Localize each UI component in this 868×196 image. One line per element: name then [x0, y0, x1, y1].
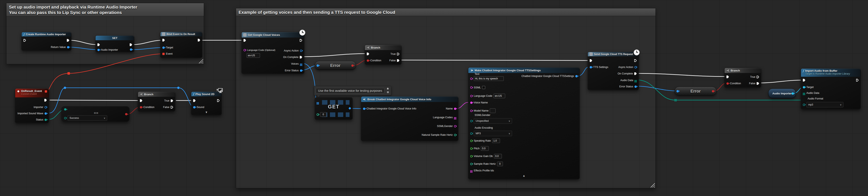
- ssml-checkbox[interactable]: [482, 86, 485, 89]
- audio-data-array-pin[interactable]: [634, 80, 635, 81]
- node-equal-enum[interactable]: == Success∨: [61, 106, 129, 122]
- audio-encoding-pin[interactable]: [470, 132, 472, 135]
- equal-input-b-pin[interactable]: [64, 117, 66, 119]
- error-status-pin[interactable]: [300, 69, 302, 72]
- node-bind-event-to-on-result[interactable]: Bind Event to On Result Target Event: [160, 32, 202, 58]
- index-pin[interactable]: [317, 113, 319, 116]
- ssml-pin[interactable]: [470, 86, 472, 89]
- reroute-dot[interactable]: [64, 87, 66, 89]
- element-out-pin[interactable]: [348, 107, 351, 110]
- volume-gain-input[interactable]: [494, 154, 502, 159]
- audio-format-pin[interactable]: [803, 104, 805, 106]
- exec-in-pin[interactable]: [140, 99, 143, 102]
- node-make-tts-settings[interactable]: Make Chatbot Integrator Google Cloud TTS…: [468, 67, 580, 179]
- voices-array-pin[interactable]: [300, 64, 301, 64]
- node-break-voice-info[interactable]: Break Chatbot Integrator Google Cloud Vo…: [361, 96, 458, 141]
- true-exec-pin[interactable]: [171, 100, 173, 102]
- sound-pin[interactable]: [193, 106, 195, 108]
- sample-rate-input[interactable]: [497, 162, 503, 166]
- pushpin-icon[interactable]: [386, 87, 390, 94]
- collapse-advanced-button[interactable]: ∧: [523, 174, 525, 177]
- expand-advanced-button[interactable]: ∨: [205, 111, 208, 114]
- false-exec-pin[interactable]: [397, 59, 399, 62]
- on-complete-pin[interactable]: [634, 72, 637, 75]
- audio-importer-reroute-capsule[interactable]: Audio Importer: [768, 89, 796, 98]
- pitch-pin[interactable]: [470, 147, 472, 150]
- reroute-dot[interactable]: [177, 87, 180, 89]
- name-pin[interactable]: [454, 108, 456, 110]
- node-set-audio-importer[interactable]: SET Audio Importer: [95, 35, 134, 52]
- target-pin[interactable]: [803, 86, 805, 88]
- error-reroute-capsule[interactable]: Error: [675, 87, 716, 95]
- importer-pin[interactable]: [44, 106, 47, 108]
- error-in-pin[interactable]: [677, 90, 679, 92]
- exec-out-pin[interactable]: [130, 44, 132, 46]
- true-exec-pin[interactable]: [397, 53, 399, 55]
- pitch-input[interactable]: [481, 146, 489, 151]
- voice-name-pin[interactable]: [470, 102, 472, 104]
- error-bool-out-pin[interactable]: [712, 90, 714, 92]
- exec-out-pin[interactable]: [44, 99, 47, 102]
- language-code-pin[interactable]: [470, 95, 472, 97]
- true-exec-pin[interactable]: [757, 76, 759, 78]
- delegate-reroute-dot[interactable]: [67, 72, 70, 75]
- model-name-input[interactable]: [490, 108, 496, 113]
- exec-out-pin[interactable]: [634, 59, 637, 62]
- ssml-gender-pin[interactable]: [454, 125, 456, 128]
- audio-importer-out-pin[interactable]: [130, 48, 132, 51]
- language-codes-array-pin[interactable]: [454, 117, 455, 118]
- equal-input-a-pin[interactable]: [64, 108, 66, 111]
- error-status-pin[interactable]: [634, 85, 637, 88]
- speaking-rate-input[interactable]: [492, 138, 500, 143]
- model-name-pin[interactable]: [470, 110, 472, 112]
- blueprint-canvas[interactable]: { "comments": { "c1": { "line1": "Set up…: [0, 0, 868, 196]
- audio-format-dropdown[interactable]: mp3∨: [806, 102, 843, 107]
- error-reroute-capsule[interactable]: Error: [315, 61, 356, 70]
- exec-in-pin[interactable]: [162, 39, 165, 41]
- false-exec-pin[interactable]: [757, 82, 759, 85]
- get-node-comment-bubble[interactable]: Use the first available voice for testin…: [314, 86, 391, 95]
- node-play-sound-2d[interactable]: ƒ Play Sound 2D Sound ∨: [191, 91, 222, 115]
- node-create-runtime-audio-importer[interactable]: ƒ Create Runtime Audio Importer Return V…: [22, 32, 71, 51]
- imported-sound-wave-pin[interactable]: [44, 112, 47, 115]
- on-complete-pin[interactable]: [300, 56, 302, 59]
- exec-in-pin[interactable]: [726, 76, 729, 78]
- sample-rate-pin[interactable]: [470, 163, 472, 165]
- error-in-pin[interactable]: [317, 64, 319, 67]
- tts-settings-pin[interactable]: [590, 66, 592, 68]
- node-array-get[interactable]: GET: [315, 97, 352, 120]
- array-in-pin[interactable]: [317, 102, 317, 103]
- audio-importer-in-pin[interactable]: [97, 49, 100, 51]
- exec-in-pin[interactable]: [24, 39, 26, 42]
- text-input[interactable]: [474, 76, 504, 81]
- async-action-pin[interactable]: [634, 66, 637, 68]
- exec-in-pin[interactable]: [193, 99, 196, 102]
- error-bool-out-pin[interactable]: [351, 64, 354, 67]
- node-branch-tts[interactable]: Branch True Condition False: [724, 68, 761, 88]
- tts-settings-out-pin[interactable]: [575, 75, 578, 77]
- language-code-pin[interactable]: [244, 49, 246, 51]
- ssml-gender-dropdown[interactable]: Unspecified∨: [474, 118, 512, 124]
- condition-pin[interactable]: [726, 82, 729, 85]
- node-branch-playback[interactable]: Branch True Condition False: [138, 91, 175, 111]
- natural-sample-rate-pin[interactable]: [454, 134, 456, 136]
- node-send-tts-request[interactable]: Send Google Cloud TTS Request TTS Settin…: [588, 52, 639, 90]
- exec-out-pin[interactable]: [67, 39, 69, 42]
- return-value-pin[interactable]: [67, 46, 69, 48]
- exec-out-pin[interactable]: [300, 39, 302, 42]
- exec-out-pin[interactable]: [217, 99, 220, 102]
- delegate-out-pin[interactable]: [45, 90, 47, 92]
- exec-out-pin[interactable]: [198, 39, 200, 41]
- node-onresult-custom-event[interactable]: OnResult_Event Custom Event Importer Imp…: [15, 88, 49, 123]
- voice-info-in-pin[interactable]: [363, 108, 365, 110]
- async-action-pin[interactable]: [300, 50, 302, 52]
- speaking-rate-pin[interactable]: [470, 140, 472, 142]
- node-import-audio-from-buffer[interactable]: ƒ Import Audio from Buffer Target is Run…: [801, 68, 861, 109]
- condition-pin[interactable]: [367, 59, 369, 62]
- node-get-google-cloud-voices[interactable]: Get Google Cloud Voices Language Code (O…: [242, 32, 304, 74]
- exec-in-pin[interactable]: [590, 59, 592, 62]
- text-pin[interactable]: [470, 78, 472, 80]
- audio-encoding-dropdown[interactable]: MP3∨: [474, 131, 512, 136]
- index-input[interactable]: [320, 112, 327, 117]
- exec-in-pin[interactable]: [367, 53, 369, 55]
